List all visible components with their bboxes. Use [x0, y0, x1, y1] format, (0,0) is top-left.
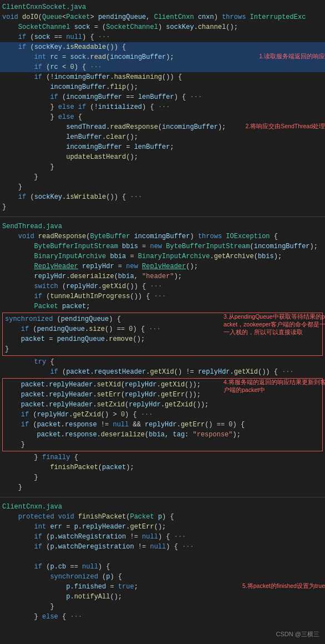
code-line: if (incomingBuffer == lenBuffer) { ··· [0, 92, 325, 102]
callout-1: 1.读取服务端返回的响应 [258, 52, 325, 60]
code-line: if (packet.requestHeader.getXid() != rep… [0, 367, 325, 377]
code-line: BinaryInputArchive bbia = BinaryInputArc… [0, 251, 325, 261]
code-line: updateLastHeard(); [0, 152, 325, 162]
code-line: void readResponse(ByteBuffer incomingBuf… [0, 232, 325, 242]
code-line: packet.response.deserialize(bbia, tag: "… [3, 430, 322, 440]
code-line: } [3, 440, 322, 450]
code-line: synchronized (p) { [0, 572, 325, 582]
section-client-cnxn-socket: ClientCnxnSocket.java void doIO(Queue<Pa… [0, 0, 325, 214]
code-line: if (rc < 0) { ··· [0, 62, 325, 72]
code-line: } [3, 344, 322, 354]
code-line: replyHdr.deserialize(bbia, "header"); [0, 271, 325, 281]
section-client-cnxn: ClientCnxn.java protected void finishPac… [0, 500, 325, 624]
code-line: switch (replyHdr.getXid()) { ··· [0, 281, 325, 291]
code-line: packet.replyHeader.setZxid(replyHdr.getZ… [3, 400, 322, 410]
code-line: finishPacket(packet); [0, 462, 325, 472]
code-line: SocketChannel sock = (SocketChannel) soc… [0, 22, 325, 32]
code-line: ByteBufferInputStream bbis = new ByteBuf… [0, 242, 325, 251]
code-line: if (replyHdr.getZxid() > 0) { ··· [3, 410, 322, 420]
code-line: protected void finishPacket(Packet p) { [0, 512, 325, 522]
file-header-3: ClientCnxn.java [0, 502, 325, 512]
code-line: if (p.watchDeregistration != null) { ··· [0, 542, 325, 552]
code-line: incomingBuffer = lenBuffer; [0, 142, 325, 152]
code-line: ReplyHeader replyHdr = new ReplyHeader()… [0, 261, 325, 271]
code-line: if (sockKey.isWritable()) { ··· [0, 192, 325, 202]
code-line: if (p.watchRegistration != null) { ··· [0, 532, 325, 542]
callout-5: 5.将packet的finished设置为true [242, 582, 325, 590]
callout-2: 2.将响应交由SendThread处理 [244, 122, 325, 130]
code-line: } finally { [0, 452, 325, 462]
reply-header-container: packet.replyHeader.setXid(replyHdr.getXi… [0, 378, 325, 451]
code-line: } else if (!initialized) { ··· [0, 102, 325, 112]
sync-block-container: synchronized (pendingQueue) { if (pendin… [0, 313, 325, 356]
code-line: lenBuffer.clear(); [0, 132, 325, 142]
code-line: } [0, 182, 325, 192]
callout-3: 3.从pendingQueue中获取等待结果的packet，zookeeper客… [224, 313, 325, 336]
code-line: } [0, 602, 325, 612]
divider-1 [0, 217, 325, 217]
code-line: } [0, 172, 325, 182]
code-line: } [0, 202, 325, 212]
code-line: Packet packet; [0, 301, 325, 311]
code-row-finished: p.finished = true; 5.将packet的finished设置为… [0, 582, 325, 592]
code-line: } else { ··· [0, 612, 325, 622]
file-header-2: SendThread.java [0, 222, 325, 232]
section-send-thread: SendThread.java void readResponse(ByteBu… [0, 219, 325, 495]
file-header-1: ClientCnxnSocket.java [0, 2, 325, 12]
code-line: if (sock == null) { ··· [0, 32, 325, 42]
code-line: if (p.cb == null) { [0, 562, 325, 572]
code-line: if (!incomingBuffer.hasRemaining()) { [0, 72, 325, 82]
code-line: void doIO(Queue<Packet> pendingQueue, Cl… [0, 12, 325, 22]
code-line: if (sockKey.isReadable()) { [0, 42, 325, 52]
code-line: int err = p.replyHeader.getErr(); [0, 522, 325, 532]
code-line: try { [0, 357, 325, 367]
code-line [0, 552, 325, 562]
watermark: CSDN @三横三 [276, 630, 319, 638]
code-line: } else { [0, 112, 325, 122]
divider-2 [0, 497, 325, 497]
code-row-rc: int rc = sock.read(incomingBuffer); 1.读取… [0, 52, 325, 62]
callout-4: 4.将服务端的返回的响应结果更新到客户端的packet中 [224, 378, 325, 394]
code-line: incomingBuffer.flip(); [0, 82, 325, 92]
code-line: if (tunnelAuthInProgress()) { ··· [0, 291, 325, 301]
code-line: } [0, 482, 325, 492]
code-line: } [0, 162, 325, 172]
code-line: } [0, 472, 325, 482]
code-line: p.notifyAll(); [0, 592, 325, 602]
code-line: if (packet.response != null && replyHdr.… [3, 420, 322, 430]
code-row-send: sendThread.readResponse(incomingBuffer);… [0, 122, 325, 132]
